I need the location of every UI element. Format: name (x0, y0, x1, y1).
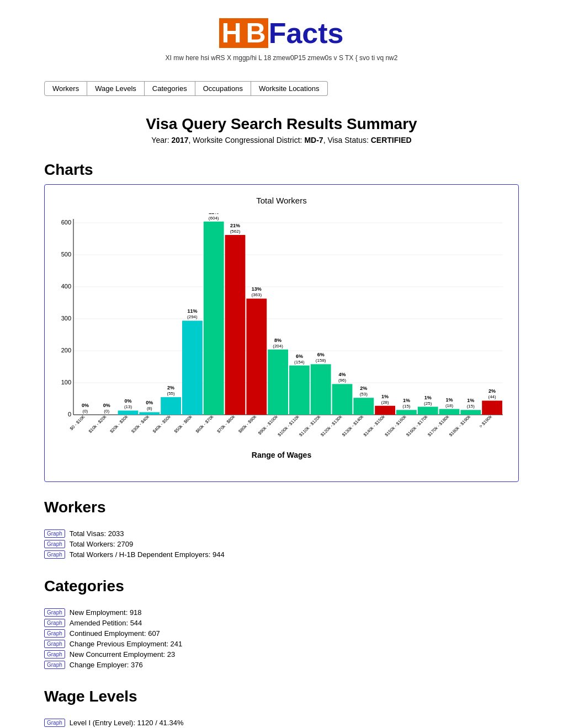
svg-text:$120k - $130k: $120k - $130k (320, 414, 343, 437)
svg-text:(25): (25) (424, 401, 432, 406)
svg-text:22%: 22% (209, 213, 219, 215)
item-text: Level I (Entry Level): 1120 / 41.34% (70, 719, 184, 727)
graph-badge[interactable]: Graph (44, 608, 65, 617)
graph-badge[interactable]: Graph (44, 629, 65, 638)
svg-text:$140k - $150k: $140k - $150k (363, 414, 386, 437)
svg-text:(363): (363) (251, 292, 262, 297)
svg-text:1%: 1% (403, 398, 410, 403)
graph-badge[interactable]: Graph (44, 550, 65, 559)
page-title: Visa Query Search Results Summary (0, 115, 563, 133)
chart-title: Total Workers (50, 196, 513, 205)
nav-worksite-locations[interactable]: Worksite Locations (251, 81, 328, 96)
svg-text:1%: 1% (424, 395, 432, 400)
list-item: GraphTotal Workers / H-1B Dependent Empl… (44, 550, 519, 559)
svg-text:11%: 11% (187, 308, 197, 314)
subtitle: XI mw here hsi wRS X mggp/hi L 18 zmew0P… (0, 54, 563, 62)
list-item: GraphContinued Employment: 607 (44, 629, 519, 638)
list-item: GraphTotal Workers: 2709 (44, 540, 519, 548)
nav-wage-levels[interactable]: Wage Levels (87, 81, 145, 96)
svg-text:0%: 0% (124, 398, 131, 404)
nav-occupations[interactable]: Occupations (195, 81, 251, 96)
svg-rect-77 (418, 407, 438, 415)
svg-text:(96): (96) (338, 378, 347, 383)
item-text: Change Previous Employment: 241 (70, 640, 183, 648)
svg-text:2%: 2% (167, 385, 174, 390)
workers-data: GraphTotal Visas: 2033GraphTotal Workers… (0, 522, 563, 566)
svg-text:200: 200 (61, 347, 71, 354)
svg-text:6%: 6% (296, 354, 303, 359)
svg-text:100: 100 (61, 379, 71, 386)
svg-text:21%: 21% (230, 223, 240, 228)
svg-text:2%: 2% (360, 386, 367, 391)
nav-workers[interactable]: Workers (44, 81, 87, 96)
svg-rect-41 (225, 235, 246, 415)
svg-text:(294): (294) (187, 314, 198, 319)
nav-categories[interactable]: Categories (145, 81, 195, 96)
graph-badge[interactable]: Graph (44, 540, 65, 548)
svg-text:$110k - $120k: $110k - $120k (298, 414, 322, 437)
item-text: Total Visas: 2033 (70, 529, 124, 538)
svg-rect-81 (439, 409, 460, 415)
svg-text:$150k - $160k: $150k - $160k (384, 414, 408, 437)
graph-badge[interactable]: Graph (44, 529, 65, 538)
list-item: GraphChange Previous Employment: 241 (44, 640, 519, 648)
svg-text:(562): (562) (230, 229, 241, 234)
svg-text:0%: 0% (82, 403, 89, 408)
svg-text:300: 300 (61, 315, 71, 322)
bar-chart: 600 500 400 300 200 100 0 0%(0)$0 - $10K… (50, 213, 513, 451)
svg-text:(0): (0) (104, 409, 109, 414)
list-item: GraphChange Employer: 376 (44, 661, 519, 669)
svg-text:(158): (158) (316, 358, 326, 363)
svg-text:0%: 0% (103, 403, 110, 408)
svg-rect-85 (460, 410, 481, 415)
wage-levels-data: GraphLevel I (Entry Level): 1120 / 41.34… (0, 711, 563, 728)
svg-text:$60k - $70k: $60k - $70k (195, 414, 215, 434)
svg-text:$0 - $10K: $0 - $10K (69, 414, 86, 431)
page-subtitle: Year: 2017, Worksite Congressional Distr… (0, 136, 563, 144)
svg-text:$180k - $190k: $180k - $190k (448, 414, 472, 437)
item-text: Continued Employment: 607 (70, 629, 160, 638)
item-text: Change Employer: 376 (70, 661, 143, 669)
svg-rect-53 (289, 366, 310, 415)
svg-text:0: 0 (68, 411, 71, 417)
svg-text:4%: 4% (338, 372, 346, 377)
svg-text:$130k - $140k: $130k - $140k (341, 414, 365, 437)
list-item: GraphNew Employment: 918 (44, 608, 519, 617)
svg-text:2%: 2% (488, 388, 496, 394)
svg-text:$30k - $40k: $30k - $40k (130, 414, 151, 434)
svg-text:1%: 1% (467, 398, 474, 403)
graph-badge[interactable]: Graph (44, 650, 65, 659)
svg-text:(15): (15) (467, 404, 475, 409)
svg-text:6%: 6% (317, 352, 325, 357)
svg-text:(18): (18) (445, 403, 454, 408)
svg-rect-69 (375, 406, 395, 415)
graph-badge[interactable]: Graph (44, 619, 65, 627)
item-text: Total Workers: 2709 (70, 540, 133, 548)
logo: HBFacts (219, 17, 343, 50)
x-axis-title: Range of Wages (50, 451, 513, 459)
svg-text:1%: 1% (445, 397, 453, 403)
svg-rect-89 (482, 400, 502, 415)
item-text: New Concurrent Employment: 23 (70, 650, 175, 659)
svg-text:(8): (8) (147, 406, 152, 411)
svg-rect-33 (182, 320, 203, 415)
svg-rect-57 (311, 364, 331, 415)
svg-text:(15): (15) (402, 404, 411, 409)
svg-rect-25 (139, 412, 160, 415)
workers-heading: Workers (0, 493, 563, 522)
svg-rect-73 (396, 410, 417, 415)
svg-text:(44): (44) (488, 394, 496, 399)
graph-badge[interactable]: Graph (44, 640, 65, 648)
svg-text:(0): (0) (83, 409, 88, 414)
chart-container: Total Workers 600 500 400 300 200 100 0 … (44, 184, 519, 482)
header: HBFacts XI mw here hsi wRS X mggp/hi L 1… (0, 0, 563, 67)
wage-levels-heading: Wage Levels (0, 682, 563, 711)
svg-text:(55): (55) (167, 391, 175, 396)
item-text: New Employment: 918 (70, 608, 142, 617)
graph-badge[interactable]: Graph (44, 719, 65, 727)
svg-text:0%: 0% (146, 400, 153, 405)
svg-text:$160k - $170k: $160k - $170k (405, 414, 429, 437)
svg-rect-61 (332, 384, 353, 415)
categories-data: GraphNew Employment: 918GraphAmended Pet… (0, 601, 563, 677)
graph-badge[interactable]: Graph (44, 661, 65, 669)
